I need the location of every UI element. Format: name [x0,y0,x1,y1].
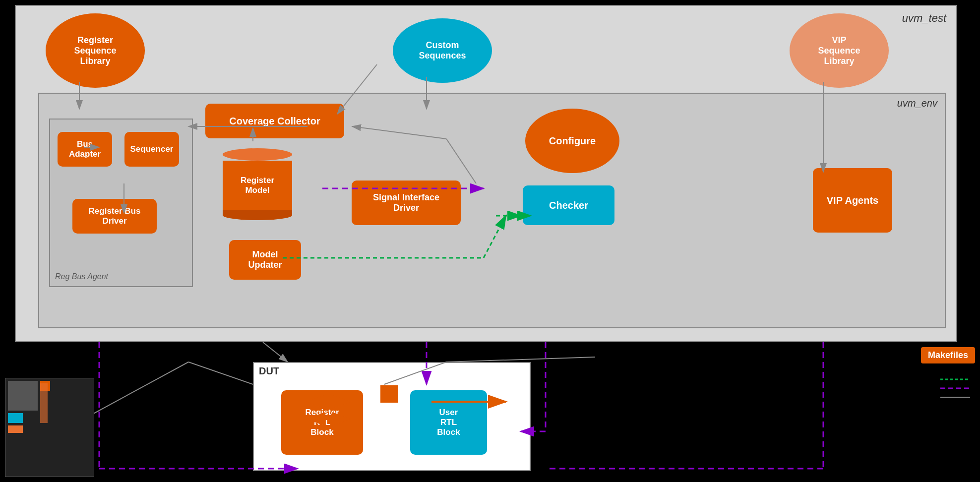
register-rtl-block-rect: RegisterRTLBlock [281,390,363,455]
legend-gray-line [940,395,970,400]
register-sequence-library-ellipse: RegisterSequenceLibrary [46,13,145,88]
vip-agents-rect: VIP Agents [813,168,892,233]
checker-rect: Checker [523,185,614,225]
legend-green-dotted [940,377,970,382]
coverage-collector-rect: Coverage Collector [205,104,344,138]
reg-bus-agent-box: Reg Bus Agent BusAdapter Sequencer Regis… [49,119,193,287]
dut-connector [380,385,398,403]
makefiles-label: Makefiles [921,347,975,363]
user-rtl-block-rect: UserRTLBlock [410,390,487,455]
uvm-test-label: uvm_test [902,12,946,25]
sequencer-rect: Sequencer [124,132,179,167]
uvm-env-label: uvm_env [897,98,937,109]
vip-sequence-library-ellipse: VIPSequenceLibrary [790,13,889,88]
legend-area [940,377,970,400]
configure-ellipse: Configure [525,109,619,173]
bus-adapter-rect: BusAdapter [58,132,112,167]
custom-sequences-ellipse: CustomSequences [393,18,492,83]
svg-line-32 [188,362,253,384]
register-bus-driver-rect: Register BusDriver [72,199,157,234]
legend-purple-dashed [940,386,970,391]
signal-interface-driver-rect: Signal InterfaceDriver [352,181,461,225]
thumbnail-area [5,378,94,477]
model-updater-rect: ModelUpdater [229,240,301,280]
svg-line-31 [446,357,595,362]
svg-line-34 [263,342,288,362]
register-model-cylinder: RegisterModel [223,148,292,220]
dut-box: DUT RegisterRTLBlock UserRTLBlock [253,362,531,471]
uvm-env-box: uvm_env Reg Bus Agent BusAdapter Sequenc… [38,93,946,328]
reg-bus-agent-label: Reg Bus Agent [55,272,108,281]
uvm-test-box: uvm_test RegisterSequenceLibrary CustomS… [15,5,957,342]
dut-label: DUT [259,365,279,377]
diagram-area: uvm_test RegisterSequenceLibrary CustomS… [0,0,980,482]
